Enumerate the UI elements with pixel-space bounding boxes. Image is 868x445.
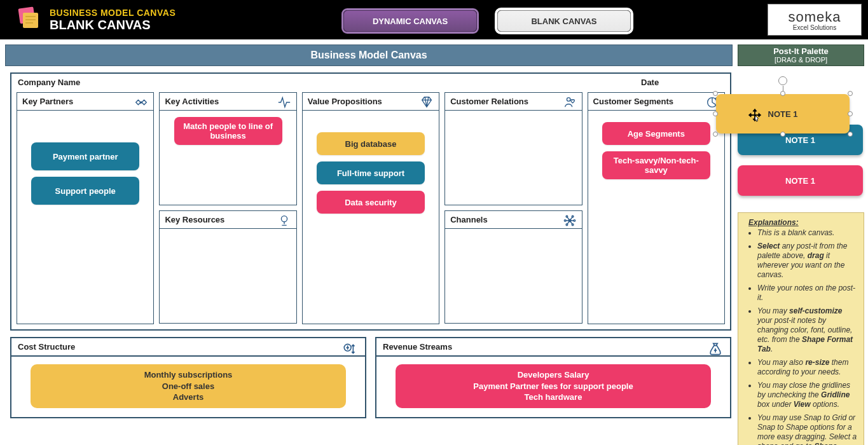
canvas-title-bar: Business Model Canvas [5, 44, 733, 66]
palette-title: Post-It Palette [DRAG & DROP] [738, 44, 864, 66]
network-icon [563, 214, 577, 228]
person-heart-icon [563, 95, 577, 109]
resize-handle[interactable] [780, 91, 785, 96]
top-bar: BUSINESS MODEL CANVAS BLANK CANVAS DYNAM… [0, 0, 868, 39]
section-key-partners[interactable]: Key Partners Payment partner Support peo… [17, 92, 154, 324]
postit[interactable]: Big database [317, 132, 425, 155]
activity-icon [277, 95, 291, 109]
section-revenue-streams[interactable]: Revenue Streams Developers Salary Paymen… [375, 337, 731, 418]
postit-line: Monthly subscriptions [37, 369, 340, 381]
section-customer-segments[interactable]: Customer Segments Age Segments Tech-savv… [588, 92, 725, 324]
globe-stand-icon [277, 214, 291, 228]
section-label: Key Activities [165, 97, 219, 106]
money-out-icon [342, 341, 359, 357]
section-label: Key Resources [165, 215, 224, 224]
postit[interactable]: Payment partner [31, 142, 139, 170]
section-label: Revenue Streams [383, 342, 452, 352]
postit[interactable]: Data security [317, 191, 425, 214]
postit[interactable]: Match people to line of business [174, 117, 282, 145]
instructions-item: Select any post-it from the palette abov… [757, 242, 857, 280]
resize-handle[interactable] [780, 132, 785, 137]
section-label: Key Partners [22, 97, 73, 106]
instructions-panel: Explanations: This is a blank canvas.Sel… [738, 212, 864, 445]
instructions-item: This is a blank canvas. [757, 228, 857, 238]
instructions-item: You may close the gridlines by uncheckin… [757, 381, 857, 409]
postit[interactable]: Tech-savvy/Non-tech-savvy [602, 151, 710, 179]
section-key-activities[interactable]: Key Activities Match people to line of b… [159, 92, 296, 205]
section-channels[interactable]: Channels [444, 210, 582, 324]
diamond-icon [420, 95, 434, 109]
svg-rect-1 [23, 13, 38, 28]
brand-name: someka [788, 9, 841, 25]
instructions-item: You may use Snap to Grid or Snap to Shap… [757, 413, 857, 445]
section-key-resources[interactable]: Key Resources [159, 210, 296, 324]
section-label: Cost Structure [18, 342, 75, 352]
section-value-propositions[interactable]: Value Propositions Big database Full-tim… [302, 92, 439, 324]
instructions-item: Write your notes on the post-it. [757, 284, 857, 303]
palette-subtitle: [DRAG & DROP] [775, 56, 827, 64]
postit-line: Tech hardware [402, 392, 705, 403]
palette-title-text: Post-It Palette [773, 47, 829, 56]
palette-note-pink[interactable]: NOTE 1 [738, 165, 863, 196]
resize-handle[interactable] [848, 132, 853, 137]
tab-blank-canvas[interactable]: BLANK CANVAS [497, 10, 631, 32]
svg-point-6 [567, 98, 570, 102]
instructions-item: You may also re-size them according to y… [757, 358, 857, 377]
tab-dynamic-canvas[interactable]: DYNAMIC CANVAS [343, 10, 477, 32]
section-cost-structure[interactable]: Cost Structure Monthly subscriptions One… [10, 337, 366, 418]
postit-line: One-off sales [37, 381, 340, 392]
canvas-outer: Company Name Date Key Partners Payment p… [10, 72, 731, 331]
brand-sub: Excel Solutions [793, 24, 836, 31]
resize-handle[interactable] [713, 132, 718, 137]
instructions-list: This is a blank canvas.Select any post-i… [748, 228, 857, 445]
money-bag-icon [707, 341, 724, 357]
resize-handle[interactable] [713, 91, 718, 96]
move-cursor-icon [748, 108, 762, 122]
postit-line: Payment Partner fees for support people [402, 381, 705, 392]
postit[interactable]: Full-time support [317, 161, 425, 184]
company-name-label: Company Name [18, 78, 641, 87]
postit-line: Adverts [37, 392, 340, 403]
resize-handle[interactable] [848, 91, 853, 96]
resize-handle[interactable] [848, 111, 853, 116]
postit[interactable]: Support people [31, 177, 139, 205]
section-label: Value Propositions [308, 97, 382, 106]
postit-wide[interactable]: Monthly subscriptions One-off sales Adve… [31, 364, 346, 408]
resize-handle[interactable] [713, 111, 718, 116]
section-label: Customer Segments [593, 97, 673, 106]
instructions-item: You may self-customize your post-it note… [757, 306, 857, 354]
brand-badge: someka Excel Solutions [768, 4, 862, 36]
sticky-notes-icon [14, 5, 42, 33]
instructions-header: Explanations: [748, 218, 857, 227]
floating-postit-selected[interactable]: NOTE 1 [716, 94, 850, 134]
svg-point-5 [281, 216, 287, 222]
handshake-icon [134, 95, 148, 109]
postit-wide[interactable]: Developers Salary Payment Partner fees f… [396, 364, 711, 408]
postit-line: Developers Salary [402, 369, 705, 381]
floating-postit-label: NOTE 1 [768, 109, 798, 119]
section-label: Channels [450, 215, 488, 224]
rotate-handle-icon[interactable] [778, 76, 787, 85]
section-customer-relations[interactable]: Customer Relations [444, 92, 582, 205]
section-label: Customer Relations [450, 97, 528, 106]
app-title: BUSINESS MODEL CANVAS [50, 8, 176, 18]
date-label: Date [641, 78, 724, 87]
postit[interactable]: Age Segments [602, 122, 710, 145]
app-subtitle: BLANK CANVAS [50, 18, 176, 32]
